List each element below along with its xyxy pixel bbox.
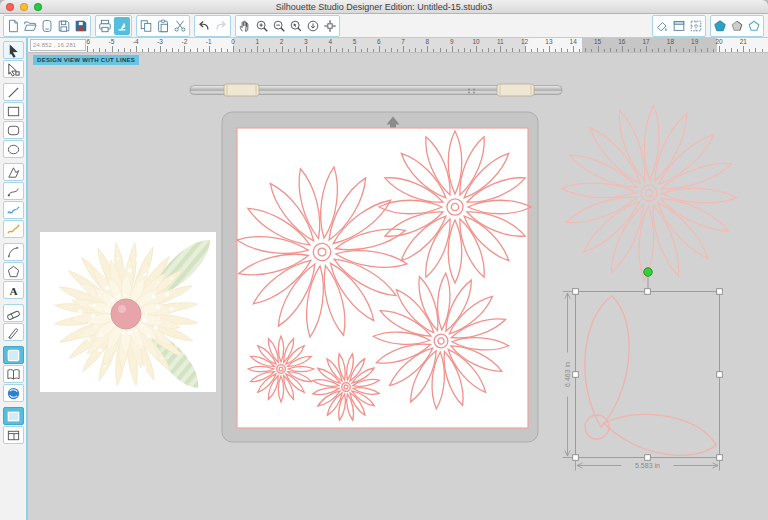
text-tool[interactable]: A — [3, 281, 24, 299]
ruler-tick — [251, 49, 252, 52]
ruler-number: 3 — [304, 38, 308, 45]
design-view-button[interactable] — [3, 407, 24, 425]
freehand-tool[interactable] — [3, 201, 24, 219]
ruler-tick — [762, 49, 763, 52]
reference-photo[interactable] — [40, 232, 216, 392]
ruler-tick — [464, 48, 465, 53]
ruler-tick — [112, 46, 113, 52]
selection-handle[interactable] — [717, 455, 723, 461]
arc-tool[interactable] — [3, 243, 24, 261]
sel-icon — [6, 43, 21, 58]
ruler-tick — [616, 49, 617, 52]
ruler-tick — [452, 46, 453, 52]
glb-icon — [6, 386, 21, 401]
rotate-handle[interactable] — [644, 268, 652, 276]
ruler-number: 18 — [667, 38, 674, 45]
ruler-number: 14 — [570, 38, 577, 45]
edit-points-tool[interactable] — [3, 60, 24, 78]
store-button[interactable] — [3, 384, 24, 402]
ruler-tick — [203, 49, 204, 52]
ruler-tick — [494, 49, 495, 52]
regular-polygon-tool[interactable] — [3, 262, 24, 280]
select-tool[interactable] — [3, 41, 24, 59]
fh2-icon — [6, 222, 21, 237]
ruler-tick — [318, 48, 319, 53]
design-page-button[interactable] — [3, 346, 24, 364]
ruler-tick — [324, 49, 325, 52]
selection-handle[interactable] — [645, 289, 651, 295]
ruler-tick — [130, 49, 131, 52]
tool-group — [0, 163, 26, 238]
library-button[interactable] — [3, 365, 24, 383]
ruler-tick — [506, 49, 507, 52]
ruler-number: 17 — [642, 38, 649, 45]
selection-box[interactable]: 6.463 in5.583 in — [563, 268, 723, 471]
design-view-badge: DESIGN VIEW WITH CUT LINES — [33, 55, 139, 65]
ruler-tick — [421, 49, 422, 52]
selection-handle[interactable] — [717, 372, 723, 378]
ellipse-tool[interactable] — [3, 140, 24, 158]
curve-tool[interactable] — [3, 182, 24, 200]
ruler-tick — [367, 48, 368, 53]
ruler-tick — [755, 48, 756, 53]
ruler-tick — [634, 48, 635, 53]
ruler-tick — [197, 48, 198, 53]
ruler-tick — [172, 48, 173, 53]
ruler-tick — [391, 48, 392, 53]
ruler-tick — [184, 46, 185, 52]
selection-handle[interactable] — [573, 289, 579, 295]
tool-group — [0, 83, 26, 158]
ruler-number: 2 — [280, 38, 284, 45]
ruler-number: 1 — [255, 38, 259, 45]
ruler-tick — [543, 49, 544, 52]
selection-handle[interactable] — [573, 372, 579, 378]
ruler-tick — [531, 49, 532, 52]
ruler-number: 15 — [594, 38, 601, 45]
polygon-tool[interactable] — [3, 163, 24, 181]
ruler-tick — [178, 49, 179, 52]
ruler-tick — [591, 49, 592, 52]
selection-handle[interactable] — [573, 455, 579, 461]
ruler-number: 5 — [353, 38, 357, 45]
split-view-button[interactable] — [3, 426, 24, 444]
offmat-flower[interactable] — [557, 101, 742, 286]
ruler-tick — [233, 46, 234, 52]
width-dimension: 5.583 in — [576, 461, 720, 471]
ruler-tick — [269, 48, 270, 53]
design-canvas[interactable]: 6.463 in5.583 in — [0, 0, 768, 520]
ruler-number: 20 — [715, 38, 722, 45]
rectangle-tool[interactable] — [3, 102, 24, 120]
selection-handle[interactable] — [717, 289, 723, 295]
eraser-tool[interactable] — [3, 304, 24, 322]
ruler-tick — [190, 49, 191, 52]
ruler-tick — [379, 46, 380, 52]
ruler-tick — [336, 49, 337, 52]
ruler-tick — [737, 49, 738, 52]
ruler-tick — [227, 49, 228, 52]
ruler-tick — [749, 49, 750, 52]
ruler-tick — [221, 48, 222, 53]
ruler-tick — [646, 46, 647, 52]
ruler-tick — [482, 49, 483, 52]
ruler-tick — [409, 49, 410, 52]
knife-tool[interactable] — [3, 323, 24, 341]
ruler-tick — [136, 46, 137, 52]
ruler-tick — [458, 49, 459, 52]
ruler-tick — [433, 49, 434, 52]
rounded-rectangle-tool[interactable] — [3, 121, 24, 139]
selected-leaf-shape[interactable] — [585, 296, 716, 455]
ruler-tick — [701, 49, 702, 52]
selection-handle[interactable] — [645, 455, 651, 461]
ruler-tick — [87, 46, 88, 52]
tool-group — [0, 304, 26, 341]
ruler-tick — [397, 49, 398, 52]
ruler-tick — [142, 49, 143, 52]
smooth-freehand-tool[interactable] — [3, 220, 24, 238]
ruler-number: 0 — [231, 38, 235, 45]
ruler-tick — [330, 46, 331, 52]
ruler-tick — [276, 49, 277, 52]
ruler-tick — [652, 49, 653, 52]
ruler-tick — [573, 46, 574, 52]
ruler-tick — [342, 48, 343, 53]
line-tool[interactable] — [3, 83, 24, 101]
